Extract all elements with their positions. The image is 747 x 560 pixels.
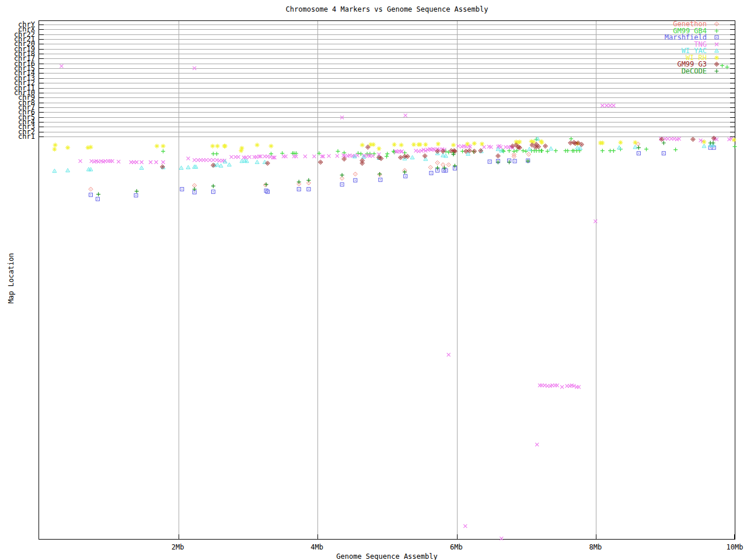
axis-tick xyxy=(730,132,735,132)
gridline-h xyxy=(39,117,735,118)
axis-tick xyxy=(39,127,44,127)
axis-tick xyxy=(730,64,735,64)
triangle-dot-legend-icon xyxy=(707,47,727,54)
gridline-h xyxy=(39,54,735,54)
axis-tick xyxy=(730,83,735,83)
chart-title: Chromosome 4 Markers vs Genome Sequence … xyxy=(39,5,735,13)
gridline-h xyxy=(39,78,735,79)
axis-tick xyxy=(730,93,735,93)
axis-tick xyxy=(39,107,44,108)
axis-tick xyxy=(39,117,44,118)
axis-tick xyxy=(39,83,44,83)
gridline-v xyxy=(179,21,179,539)
axis-tick xyxy=(39,73,44,74)
axis-tick xyxy=(39,44,44,44)
axis-tick xyxy=(39,34,44,35)
axis-tick xyxy=(730,122,735,123)
star-legend-icon xyxy=(707,54,727,61)
axis-tick xyxy=(39,39,44,40)
chart-figure: Chromosome 4 Markers vs Genome Sequence … xyxy=(0,0,747,560)
axis-tick xyxy=(39,122,44,123)
axis-tick xyxy=(730,127,735,127)
plus-legend-icon xyxy=(707,68,727,75)
gridline-v xyxy=(596,21,596,539)
axis-tick xyxy=(39,78,44,79)
gridline-h xyxy=(39,39,735,40)
gridline-v xyxy=(457,21,458,539)
axis-tick xyxy=(730,34,735,35)
axis-tick xyxy=(730,68,735,69)
axis-tick xyxy=(39,112,44,113)
gridline-h xyxy=(39,112,735,113)
axis-tick xyxy=(39,88,44,89)
legend-label: DeCODE xyxy=(682,68,707,75)
axis-tick xyxy=(317,534,318,539)
axis-tick xyxy=(730,88,735,89)
axis-tick xyxy=(39,97,44,98)
axis-tick xyxy=(596,534,596,539)
cross-legend-icon xyxy=(707,41,727,48)
axis-tick xyxy=(730,97,735,98)
y-axis-label: Map Location xyxy=(7,246,15,310)
axis-tick xyxy=(730,112,735,113)
gridline-h xyxy=(39,44,735,44)
x-axis-label: Genome Sequence Assembly xyxy=(39,552,735,560)
axis-tick xyxy=(39,29,44,30)
gridline-h xyxy=(39,103,735,103)
gridline-h xyxy=(39,93,735,93)
axis-tick xyxy=(39,136,44,137)
gridline-h xyxy=(39,68,735,69)
axis-tick xyxy=(457,534,458,539)
gridline-h xyxy=(39,97,735,98)
axis-tick xyxy=(734,534,735,539)
axis-tick xyxy=(179,534,179,539)
axis-tick xyxy=(39,132,44,132)
x-tick-label: 8Mb xyxy=(582,544,608,551)
gridline-h xyxy=(39,132,735,132)
axis-tick xyxy=(39,58,44,59)
gridline-h xyxy=(39,49,735,50)
gridline-h xyxy=(39,64,735,64)
gridline-h xyxy=(39,73,735,74)
diamond-dot-legend-icon xyxy=(707,20,727,27)
axis-tick xyxy=(39,68,44,69)
gridline-h xyxy=(39,136,735,137)
gridline-h xyxy=(39,88,735,89)
axis-tick xyxy=(730,49,735,50)
square-dot-legend-icon xyxy=(707,34,727,41)
gridline-h xyxy=(39,34,735,35)
x-tick-label: 4Mb xyxy=(304,544,330,551)
axis-tick xyxy=(730,39,735,40)
axis-tick xyxy=(730,73,735,74)
axis-tick xyxy=(730,78,735,79)
axis-tick xyxy=(730,136,735,137)
gridline-h xyxy=(39,122,735,123)
y-tick-label: chr1 xyxy=(0,133,35,140)
axis-tick xyxy=(730,58,735,59)
x-tick-label: 2Mb xyxy=(165,544,191,551)
axis-tick xyxy=(730,54,735,54)
axis-tick xyxy=(730,103,735,103)
gridline-h xyxy=(39,83,735,83)
diamond-hatch-legend-icon xyxy=(707,61,727,68)
axis-tick xyxy=(39,103,44,103)
axis-tick xyxy=(730,24,735,25)
axis-tick xyxy=(730,29,735,30)
axis-tick xyxy=(730,44,735,44)
gridline-h xyxy=(39,58,735,59)
axis-tick xyxy=(39,93,44,93)
axis-tick xyxy=(39,49,44,50)
gridline-h xyxy=(39,24,735,25)
axis-tick xyxy=(730,107,735,108)
plot-area xyxy=(39,20,735,540)
axis-tick xyxy=(39,54,44,54)
plus-legend-icon xyxy=(707,27,727,34)
x-tick-label: 10Mb xyxy=(722,544,747,551)
gridline-h xyxy=(39,127,735,127)
gridline-h xyxy=(39,107,735,108)
gridline-h xyxy=(39,29,735,30)
axis-tick xyxy=(730,117,735,118)
axis-tick xyxy=(39,64,44,64)
axis-tick xyxy=(39,24,44,25)
x-tick-label: 6Mb xyxy=(444,544,469,551)
